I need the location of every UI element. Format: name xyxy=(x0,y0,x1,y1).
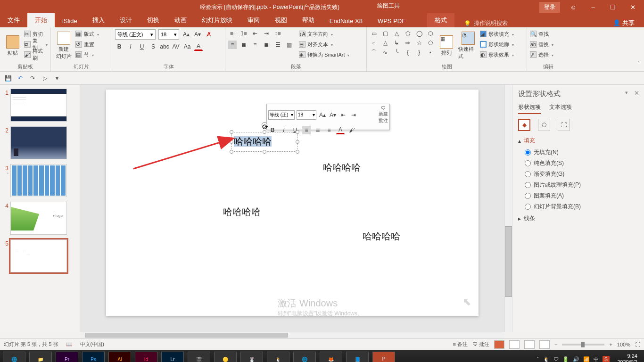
system-tray[interactable]: ˄ 🐧 🛡 🔋 🔊 📶 中 S 9:24 2020/5/2 xyxy=(537,353,641,362)
tab-transitions[interactable]: 切换 xyxy=(140,13,167,27)
taskbar-app-10[interactable]: 🐧 xyxy=(267,352,289,362)
mini-indent-inc[interactable]: ⇥ xyxy=(349,111,358,119)
taskbar-app-13[interactable]: 📘 xyxy=(346,352,369,362)
thumb-5[interactable]: ········ ···· ···· xyxy=(10,239,67,272)
zoom-slider[interactable] xyxy=(562,344,604,346)
pane-tab-text[interactable]: 文本选项 xyxy=(549,103,572,114)
mini-format-painter[interactable]: 🖌 xyxy=(347,126,356,134)
face-frame-icon[interactable]: ☺ xyxy=(564,0,583,14)
format-painter-button[interactable]: 🖌格式刷 xyxy=(24,50,48,59)
mini-align-center[interactable]: ≣ xyxy=(314,126,322,134)
qat-undo[interactable]: ↶ xyxy=(16,74,25,82)
line-section-header[interactable]: ▸线条 xyxy=(518,214,638,222)
indent-dec-button[interactable]: ⇤ xyxy=(251,29,259,38)
textbox-selection[interactable]: ⟳ 哈哈哈哈 xyxy=(231,132,297,152)
align-text-button[interactable]: ⊟对齐文本 xyxy=(299,40,349,49)
shape-outline-button[interactable]: 形状轮廓 xyxy=(480,40,514,49)
opt-no-fill[interactable]: 无填充(N) xyxy=(525,148,638,156)
mini-decfont[interactable]: A▾ xyxy=(329,111,337,119)
zoom-in-button[interactable]: + xyxy=(609,342,612,347)
slideshow-view-button[interactable] xyxy=(539,340,550,349)
opt-picture-fill[interactable]: 图片或纹理填充(P) xyxy=(525,181,638,189)
taskbar-app-7[interactable]: 🎬 xyxy=(188,352,210,362)
italic-button[interactable]: I xyxy=(126,42,135,51)
zoom-level[interactable]: 100% xyxy=(617,342,630,347)
tab-design[interactable]: 设计 xyxy=(112,13,140,27)
indent-inc-button[interactable]: ⇥ xyxy=(262,29,271,38)
convert-smartart-button[interactable]: ◈转换为 SmartArt xyxy=(299,50,349,59)
taskbar-app-9[interactable]: 🐰 xyxy=(240,352,263,362)
pane-close-button[interactable]: ✕ xyxy=(634,90,639,97)
shapes-gallery[interactable]: ▭▢△⬠◯⬡ ○△↳⇨☆⬠ ⌒∿╰{}⋆ xyxy=(370,29,435,62)
font-name-combo[interactable]: 等线 (正文)▾ xyxy=(115,29,156,40)
tray-battery-icon[interactable]: 🔋 xyxy=(562,356,569,362)
mini-new-comment[interactable]: 🗨新建 批注 xyxy=(379,106,388,124)
thumb-2[interactable] xyxy=(10,126,67,159)
shadow-button[interactable]: S xyxy=(149,42,157,51)
spacing-button[interactable]: AV xyxy=(172,42,180,51)
slide[interactable]: 等线 (正)▾ 18▾ A▴ A▾ ⇤ ⇥ 🗨新建 批注 B I U ≡ ≣ ≡… xyxy=(106,90,479,316)
taskbar-app-chrome[interactable]: 🌐 xyxy=(293,352,316,362)
sorter-view-button[interactable] xyxy=(509,340,520,349)
rotate-handle[interactable]: ⟳ xyxy=(262,122,267,128)
mini-font-combo[interactable]: 等线 (正)▾ xyxy=(268,110,295,120)
bullets-button[interactable]: ≡· xyxy=(228,29,237,38)
slide-thumbnails-pane[interactable]: 1————————————————————— 2 3* 4▸ logo 5···… xyxy=(0,85,80,332)
arrange-button[interactable]: ▦排列 xyxy=(437,29,456,62)
thumb-3[interactable] xyxy=(10,164,67,197)
opt-slidebg-fill[interactable]: 幻灯片背景填充(B) xyxy=(525,203,638,211)
notes-button[interactable]: ≡ 备注 xyxy=(453,341,467,348)
font-size-combo[interactable]: 18▾ xyxy=(158,29,179,40)
opt-gradient-fill[interactable]: 渐变填充(G) xyxy=(525,170,638,178)
reading-view-button[interactable] xyxy=(524,340,535,349)
taskbar-app-12[interactable]: 🦊 xyxy=(320,352,342,362)
login-button[interactable]: 登录 xyxy=(539,2,560,13)
tab-view[interactable]: 视图 xyxy=(267,13,295,27)
textbox-4[interactable]: 哈哈哈哈 xyxy=(363,230,400,243)
justify-button[interactable]: ≣ xyxy=(262,41,271,49)
tab-review[interactable]: 审阅 xyxy=(240,13,267,27)
normal-view-button[interactable] xyxy=(494,340,504,349)
mini-align-left[interactable]: ≡ xyxy=(302,126,311,134)
decrease-font-button[interactable]: A▾ xyxy=(193,30,202,39)
reset-button[interactable]: ↺重置 xyxy=(75,40,99,49)
spellcheck-icon[interactable]: 📖 xyxy=(66,341,73,347)
minimize-button[interactable]: – xyxy=(584,0,603,14)
qat-customize[interactable]: ▾ xyxy=(53,74,61,82)
find-button[interactable]: 🔍查找 xyxy=(530,29,553,39)
tray-network-icon[interactable]: 📶 xyxy=(583,356,590,362)
pane-options-button[interactable]: ▾ xyxy=(625,90,628,96)
tab-home[interactable]: 开始 xyxy=(27,13,55,27)
tray-ime-zh-icon[interactable]: 中 xyxy=(594,356,599,362)
columns-button[interactable]: ▥ xyxy=(285,41,293,49)
close-button[interactable]: ✕ xyxy=(623,0,642,14)
taskbar-app-indesign[interactable]: Id xyxy=(135,352,157,362)
opt-pattern-fill[interactable]: 图案填充(A) xyxy=(525,192,638,200)
new-slide-button[interactable]: 新建 幻灯片 xyxy=(54,29,74,62)
tab-slideshow[interactable]: 幻灯片放映 xyxy=(194,13,240,27)
zoom-out-button[interactable]: − xyxy=(554,342,557,347)
mini-size-combo[interactable]: 18▾ xyxy=(297,110,316,120)
tray-qq-icon[interactable]: 🐧 xyxy=(543,356,550,362)
language-status[interactable]: 中文(中国) xyxy=(80,341,104,348)
tab-format[interactable]: 格式 xyxy=(427,13,454,27)
opt-solid-fill[interactable]: 纯色填充(S) xyxy=(525,159,638,167)
qat-redo[interactable]: ↷ xyxy=(28,74,37,82)
replace-button[interactable]: ab替换 xyxy=(530,40,553,49)
taskbar-app-premiere[interactable]: Pr xyxy=(56,352,78,362)
layout-button[interactable]: ▦版式 xyxy=(75,29,99,39)
share-button[interactable]: 👤 共享 xyxy=(613,19,644,27)
case-button[interactable]: Aa xyxy=(183,42,191,51)
taskbar-clock[interactable]: 9:24 2020/5/2 xyxy=(613,353,641,362)
select-button[interactable]: ⬀选择 xyxy=(530,50,553,59)
tab-wpspdf[interactable]: WPS PDF xyxy=(370,15,413,27)
collapse-ribbon-button[interactable]: ˄ xyxy=(637,60,640,66)
mini-align-right[interactable]: ≡ xyxy=(325,126,333,134)
mini-font-color[interactable]: A xyxy=(336,126,345,134)
mini-incfont[interactable]: A▴ xyxy=(318,111,327,119)
tray-sogou-icon[interactable]: S xyxy=(603,356,610,362)
line-spacing-button[interactable]: ↕≡ xyxy=(273,29,282,38)
vertical-scrollbar[interactable] xyxy=(504,85,512,332)
taskbar-app-8[interactable]: 🟡 xyxy=(214,352,237,362)
tab-endnote[interactable]: EndNote X8 xyxy=(322,15,370,27)
